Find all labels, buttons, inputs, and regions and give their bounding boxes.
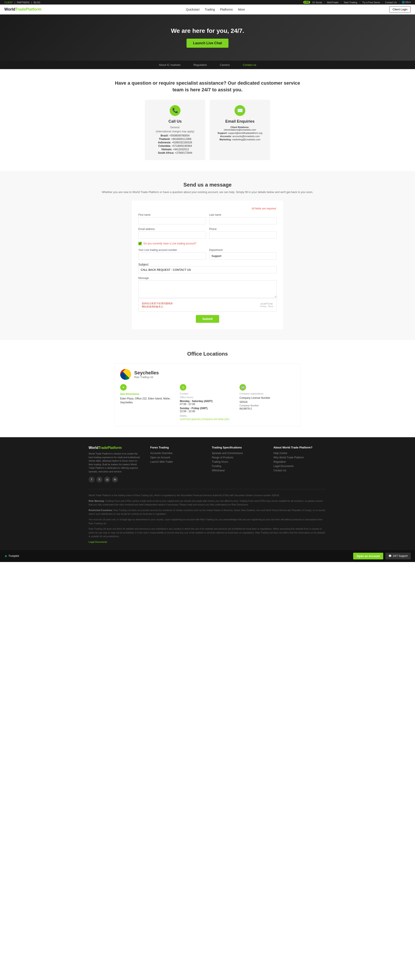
twitter-icon[interactable]: 𝕏 xyxy=(96,477,102,482)
restricted-text: Restricted Countries: Raw Trading Ltd do… xyxy=(89,509,326,516)
live-account-checkbox[interactable] xyxy=(138,242,142,245)
first-name-group: First name xyxy=(138,213,206,224)
account-number-input[interactable] xyxy=(138,252,206,259)
office-card: Seychelles Raw Trading Ltd ✕ Get Directi… xyxy=(115,363,300,426)
nav-more[interactable]: More xyxy=(238,8,245,11)
ig-social-link[interactable]: IG Social xyxy=(312,1,322,4)
subnav-contact[interactable]: Contact us xyxy=(243,63,256,67)
company-license-label: Company License Number xyxy=(239,396,295,400)
main-nav: WorldTradePlatform Quickstart Trading Pl… xyxy=(0,5,415,14)
email-support: Support: support@worldtradeplatform.org xyxy=(216,132,264,134)
office-company: Raw Trading Ltd xyxy=(134,375,159,379)
language-selector[interactable]: 🌐 EN ▾ xyxy=(402,1,411,4)
first-name-input[interactable] xyxy=(138,217,206,224)
message-textarea[interactable] xyxy=(138,280,277,298)
nav-links: Quickstart Trading Platforms More xyxy=(186,8,245,11)
message-label: Message xyxy=(138,277,277,280)
company-reg-title: Company registrations: xyxy=(239,392,295,395)
office-name-group: Seychelles Raw Trading Ltd xyxy=(134,370,159,379)
account-dept-row: Your Live trading account number Departm… xyxy=(138,248,277,259)
subnav-about[interactable]: About IC markets xyxy=(159,63,180,67)
range-of-products-link[interactable]: Range of Products xyxy=(212,456,265,459)
launch-chat-button[interactable]: Launch Live Chat xyxy=(187,39,228,48)
bottom-bar: ★ Trustpilot Open an Account 💬 24/7 Supp… xyxy=(0,550,415,562)
submit-button[interactable]: Submit xyxy=(196,315,219,323)
footer-trading-specs-col: Trading Specifications Spreads and Commi… xyxy=(212,446,265,482)
accounts-overview-link[interactable]: Accounts Overview xyxy=(150,452,203,455)
facebook-icon[interactable]: f xyxy=(89,477,95,482)
webtrade-link[interactable]: WebTrader xyxy=(327,1,339,4)
get-directions-link[interactable]: Get Directions xyxy=(120,392,176,396)
spreads-link[interactable]: Spreads and Commissions xyxy=(212,452,265,455)
client-link[interactable]: CLIENT xyxy=(4,1,13,4)
nav-quickstart[interactable]: Quickstart xyxy=(186,8,200,11)
services-notice-text: Raw Trading Ltd does not direct its webs… xyxy=(89,527,326,538)
last-name-group: Last name xyxy=(209,213,277,224)
contact-heading: Have a question or require specialist as… xyxy=(115,80,300,93)
company-icon: 🏢 xyxy=(239,384,246,391)
footer-logo-green: Trade xyxy=(98,446,108,450)
sub-nav: About IC markets Regulation Careers Cont… xyxy=(0,60,415,69)
try-demo-link[interactable]: Try a Free Demo xyxy=(362,1,380,4)
hours-mon-sat: Monday - Saturday (AEDT) 07:00 - 07:00 xyxy=(180,399,235,406)
subnav-careers[interactable]: Careers xyxy=(220,63,230,67)
open-account-button[interactable]: Open an Account xyxy=(353,553,383,559)
office-title: Office Locations xyxy=(115,351,300,357)
nav-platforms[interactable]: Platforms xyxy=(220,8,233,11)
email-label: Email address xyxy=(138,228,206,231)
first-name-label: First name xyxy=(138,213,206,216)
legal-docs-footer-link[interactable]: Legal Documents xyxy=(273,465,326,468)
about-col-title: About World Trade Platform? xyxy=(273,446,326,449)
start-trading-link[interactable]: Start Trading xyxy=(344,1,357,4)
withdrawal-link[interactable]: Withdrawal xyxy=(212,469,265,472)
company-number-label: Company Number xyxy=(239,404,295,407)
trading-hours-link[interactable]: Trading Hours xyxy=(212,460,265,463)
contact-cards: 📞 Call Us General: (International charge… xyxy=(115,100,300,160)
phone-input[interactable] xyxy=(209,231,277,239)
social-links: f 𝕏 ◎ in xyxy=(89,477,142,482)
logo-green: Trade xyxy=(15,7,26,11)
email-accounts: Accounts: accounts@icmarkets.com xyxy=(216,135,264,138)
logo: WorldTradePlatform xyxy=(4,7,42,12)
partners-link[interactable]: PARTNERS xyxy=(17,1,30,4)
office-email[interactable]: SUPPORT@WORLDTRADEPLATFORM.ORG xyxy=(180,418,230,421)
hours-sun-fri: Sunday - Friday (GMT) 22:00 - 22:00 xyxy=(180,407,235,413)
linkedin-icon[interactable]: in xyxy=(112,477,118,482)
email-input[interactable] xyxy=(138,231,206,239)
support-button[interactable]: 💬 24/7 Support xyxy=(385,553,411,559)
trading-name-text: World Trade Platform is the trading name… xyxy=(89,493,326,498)
email-marketing: Marketing: marketing@icmarkets.com xyxy=(216,138,264,141)
launch-web-trader-link[interactable]: Launch Web Trader xyxy=(150,460,203,463)
risk-warning-title: Risk Warning: xyxy=(89,500,105,502)
regulation-footer-link[interactable]: Regulation xyxy=(273,460,326,463)
funding-link[interactable]: Funding xyxy=(212,465,265,468)
blog-link[interactable]: BLOG xyxy=(34,1,40,4)
phone-thailand: Thailand: +6618000111956 xyxy=(151,138,199,140)
form-section: Send us a message Whether you are new to… xyxy=(0,171,415,340)
call-us-card: 📞 Call Us General: (International charge… xyxy=(145,100,205,160)
office-header: Seychelles Raw Trading Ltd xyxy=(120,369,295,380)
email-group: Email address xyxy=(138,228,206,239)
contact-section: Have a question or require specialist as… xyxy=(110,69,305,171)
department-input[interactable] xyxy=(209,252,277,259)
sep2: | xyxy=(31,1,32,4)
call-numbers: Brazil: +5508008780054 Thailand: +661800… xyxy=(151,134,199,154)
last-name-input[interactable] xyxy=(209,217,277,224)
instagram-icon[interactable]: ◎ xyxy=(104,477,110,482)
subject-input[interactable] xyxy=(138,266,277,273)
recaptcha-text: 您的站点有若干处理问题错误网站您使用的版本之. xyxy=(142,302,173,308)
why-wtp-link[interactable]: Why World Trade Platform xyxy=(273,456,326,459)
form-title: Send us a message xyxy=(4,182,411,188)
subnav-regulation[interactable]: Regulation xyxy=(193,63,207,67)
contact-us-footer-link[interactable]: Contact Us xyxy=(273,469,326,472)
phone-colombia: Colombia: +5718000190364 xyxy=(151,145,199,148)
nav-trading[interactable]: Trading xyxy=(205,8,215,11)
recaptcha-logo: reCAPTCHAPrivacy · Terms xyxy=(260,303,273,307)
legal-docs-link[interactable]: Legal Documents xyxy=(89,541,107,543)
email-card: ✉️ Email Enquiries Client Relations: cli… xyxy=(210,100,270,160)
contact-us-topbar-link[interactable]: Contact Us xyxy=(385,1,397,4)
client-login-button[interactable]: Client Login xyxy=(389,6,411,13)
help-centre-link[interactable]: Help Centre xyxy=(273,452,326,455)
open-account-footer-link[interactable]: Open an Account xyxy=(150,456,203,459)
call-general: General: xyxy=(151,126,199,129)
